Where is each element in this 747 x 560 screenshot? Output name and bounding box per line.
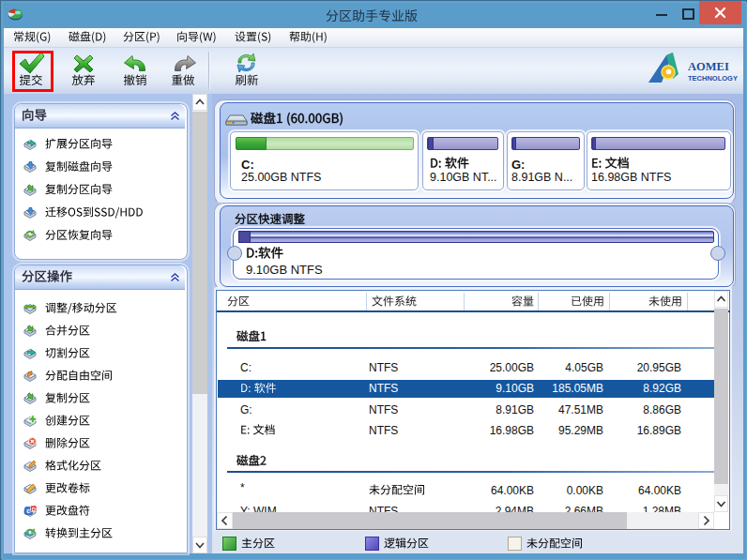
- svg-text:D: D: [32, 507, 37, 512]
- svg-text:c: c: [26, 507, 30, 514]
